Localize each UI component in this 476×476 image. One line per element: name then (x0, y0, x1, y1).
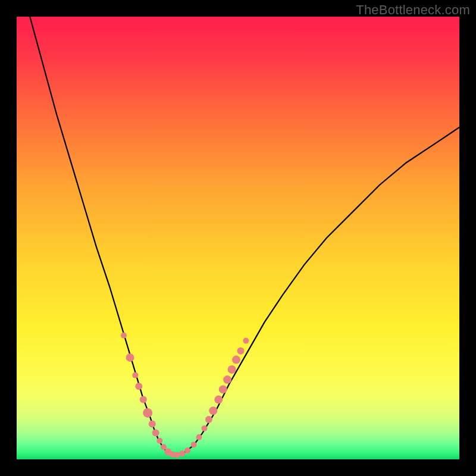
data-marker (179, 450, 185, 456)
data-marker (243, 338, 249, 344)
bottleneck-curve (30, 17, 459, 455)
data-marker (152, 429, 159, 436)
data-marker (132, 372, 138, 378)
data-marker (156, 438, 162, 444)
data-marker (214, 396, 223, 404)
data-marker (237, 347, 245, 355)
outer-frame: TheBottleneck.com (0, 0, 476, 476)
data-marker (202, 425, 208, 431)
data-marker (121, 333, 127, 339)
data-marker (143, 408, 152, 418)
data-marker (135, 383, 142, 390)
data-marker (209, 406, 217, 415)
data-marker (140, 396, 147, 403)
plot-area (17, 17, 459, 459)
data-marker (196, 434, 202, 440)
curve-markers (121, 333, 249, 458)
data-marker (184, 447, 190, 453)
chart-svg (17, 17, 459, 459)
data-marker (232, 356, 240, 364)
data-marker (149, 421, 156, 428)
data-marker (126, 353, 134, 362)
data-marker (191, 441, 197, 447)
data-marker (161, 444, 167, 450)
data-marker (174, 452, 180, 458)
data-marker (205, 416, 212, 423)
watermark-text: TheBottleneck.com (356, 2, 470, 18)
data-marker (223, 375, 231, 384)
data-marker (219, 385, 227, 393)
data-marker (228, 365, 236, 374)
